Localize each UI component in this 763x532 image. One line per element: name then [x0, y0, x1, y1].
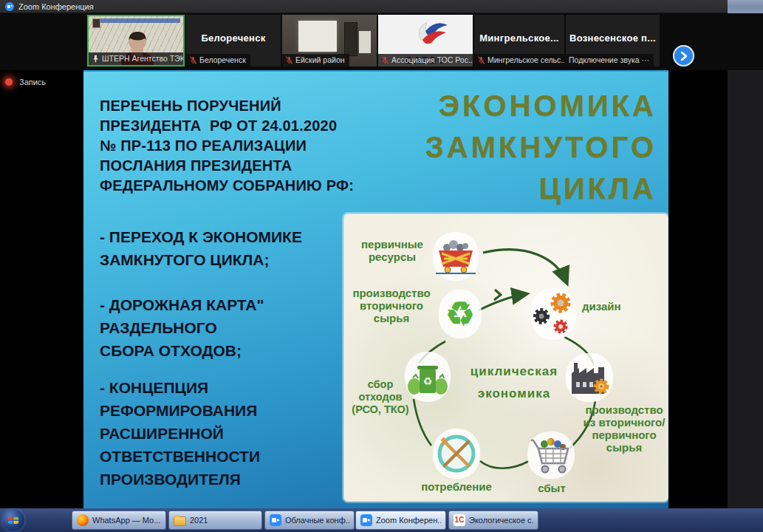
- node-label-primary-resources: первичные ресурсы: [355, 238, 430, 263]
- mic-muted-icon: [285, 56, 293, 64]
- participant-center-name: Вознесенское п...: [566, 33, 660, 44]
- projector-screen: [298, 21, 337, 52]
- slide-bullet-2: - ДОРОЖНАЯ КАРТА" РАЗДЕЛЬНОГО СБОРА ОТХО…: [100, 293, 373, 362]
- zoom-app-icon: [5, 2, 14, 11]
- taskbar-button-folder-2021[interactable]: 2021: [168, 511, 262, 530]
- background-window-titlebar: [728, 0, 763, 13]
- participant-center-name: Белореченск: [186, 33, 281, 44]
- svg-text:♻: ♻: [423, 375, 433, 387]
- start-button[interactable]: [2, 509, 24, 531]
- background-window-body: [728, 13, 763, 508]
- node-label-waste-collection: сбор отходов (РСО, ТКО): [350, 378, 411, 416]
- node-label-design: дизайн: [582, 300, 635, 313]
- room-door: [344, 22, 357, 56]
- mine-cart-icon: [433, 232, 479, 281]
- folder-icon: [174, 516, 186, 526]
- recycle-icon: ♻: [439, 290, 482, 338]
- participant-center-name: Мингрельское...: [474, 33, 564, 44]
- shared-screen-slide: ПЕРЕЧЕНЬ ПОРУЧЕНИЙ ПРЕЗИДЕНТА РФ ОТ 24.0…: [83, 70, 668, 508]
- pin-icon: [92, 55, 100, 63]
- slide-bullet-3: - КОНЦЕПЦИЯ РЕФОРМИРОВАНИЯ РАСШИРЕННОЙ О…: [100, 376, 373, 491]
- mic-muted-icon: [477, 56, 485, 64]
- participant-name-label: ШТЕРН Агентство ТЭК: [89, 52, 183, 65]
- participant-tile[interactable]: Белореченск Белореченск: [186, 15, 281, 66]
- left-black-margin: [0, 70, 83, 508]
- zoom-camera-icon: [360, 514, 372, 526]
- coat-of-arms: [92, 18, 100, 28]
- participant-tile-logo[interactable]: ОАТОС Ассоциация ТОС Рос...: [378, 15, 473, 66]
- participant-name-label: Ейский район: [282, 54, 349, 66]
- participant-name-label: Мингрельское сельс...: [474, 54, 564, 66]
- taskbar-button-cloud-conferences[interactable]: Облачные конф...: [264, 511, 355, 530]
- firefox-icon: [77, 514, 89, 526]
- taskbar-button-whatsapp[interactable]: WhatsApp — Mo...: [72, 511, 166, 530]
- flipchart: [359, 31, 371, 53]
- participant-tile-speaker[interactable]: ШТЕРН Агентство ТЭК: [87, 15, 185, 66]
- node-label-consumption: потребление: [417, 480, 496, 493]
- slide-title: ЭКОНОМИКА ЗАМКНУТОГО ЦИКЛА: [346, 85, 657, 209]
- slide-bullet-1: - ПЕРЕХОД К ЭКОНОМИКЕ ЗАМКНУТОГО ЦИКЛА;: [100, 225, 373, 271]
- circular-economy-diagram: первичные ресурсы производство вторичног…: [343, 214, 668, 502]
- participant-name-label: Ассоциация ТОС Рос...: [378, 54, 473, 66]
- window-title: Zoom Конференция: [18, 2, 94, 11]
- factory-icon: [566, 353, 613, 402]
- diagram-center-label: циклическая экономика: [455, 361, 573, 405]
- sales-cart-icon: [527, 432, 575, 479]
- windows-taskbar: WhatsApp — Mo... 2021 Облачные конф... Z…: [0, 508, 763, 532]
- participant-tile-room[interactable]: Ейский район: [282, 15, 377, 66]
- gears-icon: [530, 288, 576, 340]
- mic-muted-icon: [381, 56, 389, 64]
- windows-logo-icon: [7, 514, 20, 527]
- window-titlebar: Zoom Конференция: [0, 0, 763, 13]
- waste-bin-icon: ♻: [405, 352, 451, 402]
- recording-indicator[interactable]: Запись: [5, 78, 46, 86]
- participant-tile[interactable]: Вознесенское п... Подключение звука ···: [566, 15, 660, 66]
- zoom-camera-icon: [270, 514, 281, 526]
- right-black-margin: [668, 70, 728, 508]
- participant-status-label: Подключение звука ···: [566, 54, 654, 66]
- 1c-icon: 1С: [454, 514, 465, 526]
- oatos-logo: [400, 18, 451, 55]
- next-participants-button[interactable]: [673, 45, 694, 66]
- chevron-right-icon: [680, 51, 688, 61]
- participant-tile[interactable]: Мингрельское... Мингрельское сельс...: [474, 15, 564, 66]
- node-label-sales: сбыт: [530, 482, 573, 494]
- consumption-plate-icon: [433, 429, 480, 479]
- recording-label: Запись: [19, 78, 46, 86]
- node-label-production-from-secondary: производство из вторичного/ первичного с…: [581, 403, 668, 454]
- taskbar-button-eco-1c[interactable]: 1С Экологическое с...: [448, 511, 538, 530]
- mic-muted-icon: [189, 56, 197, 64]
- participant-strip: ШТЕРН Агентство ТЭК Белореченск Белорече…: [0, 13, 763, 70]
- participant-name-label: Белореченск: [186, 54, 250, 66]
- banner-header-stripe: [99, 18, 180, 23]
- node-label-secondary-production: производство вторичного сырья: [349, 287, 434, 324]
- taskbar-button-zoom-conference[interactable]: Zoom Конферен...: [355, 511, 446, 530]
- recording-dot-icon: [5, 78, 13, 86]
